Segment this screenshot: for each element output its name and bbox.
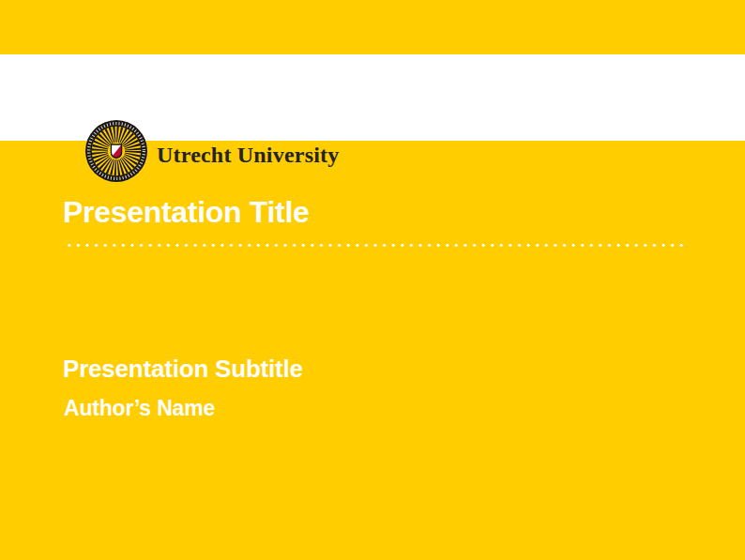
utrecht-university-seal-icon: [85, 120, 147, 182]
shield: [111, 144, 121, 159]
title-slide: Utrecht University Presentation Title Pr…: [0, 0, 745, 560]
author-name: Author’s Name: [64, 398, 215, 419]
logo-band: Utrecht University: [0, 54, 745, 141]
presentation-title: Presentation Title: [63, 197, 310, 227]
presentation-subtitle: Presentation Subtitle: [63, 356, 303, 381]
dotted-divider: [63, 242, 684, 249]
university-wordmark: Utrecht University: [157, 143, 339, 167]
